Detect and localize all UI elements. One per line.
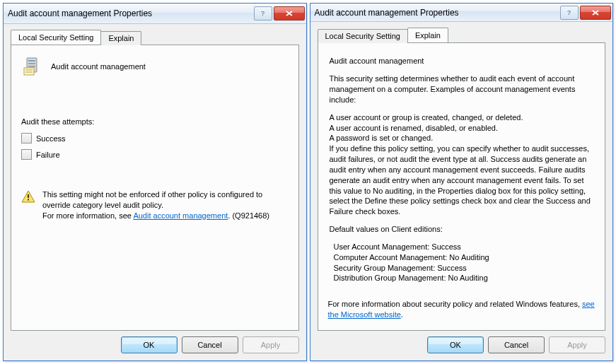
close-button[interactable]	[274, 6, 305, 20]
client-area: Local Security Setting Explain Audit acc…	[4, 24, 306, 360]
tabstrip: Local Security Setting Explain	[11, 30, 299, 45]
warning-text: This setting might not be enforced if ot…	[42, 189, 289, 221]
footer-suffix: .	[401, 310, 403, 319]
tab-label: Explain	[415, 31, 441, 40]
svg-rect-4	[28, 66, 35, 67]
tabstrip: Local Security Setting Explain	[318, 28, 606, 42]
close-button[interactable]	[580, 6, 611, 20]
checkbox-success-row: Success	[21, 133, 289, 143]
svg-text:?: ?	[261, 10, 265, 17]
checkbox-success-label: Success	[36, 134, 66, 143]
window-title: Audit account management Properties	[315, 8, 559, 18]
checkbox-failure-row: Failure	[21, 149, 289, 160]
tab-explain[interactable]: Explain	[100, 31, 141, 45]
footer-prefix: For more information about security poli…	[328, 300, 583, 308]
window-title: Audit account management Properties	[8, 8, 252, 18]
svg-rect-9	[28, 194, 29, 198]
svg-rect-5	[24, 68, 34, 75]
svg-text:?: ?	[567, 9, 571, 16]
titlebar: Audit account management Properties ?	[310, 4, 613, 22]
tab-label: Local Security Setting	[18, 33, 93, 42]
tab-local-security[interactable]: Local Security Setting	[318, 29, 408, 43]
ok-button[interactable]: OK	[427, 336, 484, 353]
warning-line1: This setting might not be enforced if ot…	[42, 190, 262, 209]
checkbox-success[interactable]	[21, 133, 32, 143]
policy-name: Audit account management	[51, 62, 146, 71]
tab-label: Local Security Setting	[325, 32, 400, 40]
svg-rect-3	[28, 63, 35, 64]
button-label: Apply	[261, 341, 281, 349]
button-row: OK Cancel Apply	[318, 331, 606, 353]
warning-line2-prefix: For more information, see	[42, 211, 133, 220]
svg-rect-10	[28, 199, 29, 201]
button-label: OK	[450, 341, 461, 349]
button-label: Apply	[567, 341, 587, 349]
apply-button[interactable]: Apply	[549, 336, 605, 353]
tab-explain[interactable]: Explain	[407, 28, 448, 42]
explain-l3: A password is set or changed.	[330, 133, 591, 143]
ok-button[interactable]: OK	[121, 336, 178, 353]
apply-button[interactable]: Apply	[243, 336, 299, 353]
tab-label: Explain	[108, 34, 134, 42]
explain-footer: For more information about security poli…	[328, 299, 595, 320]
explain-scroll[interactable]: Audit account management This security s…	[328, 53, 595, 293]
explain-d4: Distribution Group Management: No Auditi…	[334, 273, 591, 283]
button-row: OK Cancel Apply	[11, 331, 299, 353]
help-icon: ?	[260, 10, 267, 17]
close-icon	[591, 9, 600, 16]
checkbox-failure-label: Failure	[36, 151, 60, 159]
explain-heading: Audit account management	[330, 56, 591, 66]
explain-d2: Computer Account Management: No Auditing	[334, 252, 591, 263]
help-button[interactable]: ?	[560, 6, 579, 20]
button-label: Cancel	[504, 341, 528, 349]
cancel-button[interactable]: Cancel	[488, 336, 545, 353]
policy-icon	[21, 55, 44, 78]
dialog-local: Audit account management Properties ? Lo…	[3, 3, 307, 361]
button-label: OK	[144, 341, 155, 349]
tabpanel-explain: Audit account management This security s…	[318, 42, 606, 331]
tabpanel-local: Audit account management Audit these att…	[11, 45, 299, 331]
explain-l1: A user account or group is created, chan…	[330, 112, 591, 123]
titlebar: Audit account management Properties ?	[4, 4, 306, 24]
help-button[interactable]: ?	[254, 6, 272, 20]
warning-line2-suffix: . (Q921468)	[228, 211, 269, 220]
warning-block: This setting might not be enforced if ot…	[21, 189, 289, 221]
dialog-explain: Audit account management Properties ? Lo…	[310, 3, 614, 361]
policy-header: Audit account management	[21, 55, 289, 78]
attempts-label: Audit these attempts:	[21, 117, 289, 126]
cancel-button[interactable]: Cancel	[182, 336, 238, 353]
help-icon: ?	[566, 9, 573, 16]
explain-p3: Default values on Client editions:	[330, 224, 591, 235]
svg-rect-2	[28, 60, 35, 61]
tab-local-security[interactable]: Local Security Setting	[11, 30, 101, 45]
button-label: Cancel	[197, 341, 221, 349]
checkbox-failure[interactable]	[21, 149, 32, 160]
explain-d3: Security Group Management: Success	[334, 263, 591, 274]
close-icon	[285, 10, 294, 17]
warning-icon	[21, 189, 35, 204]
explain-l2: A user account is renamed, disabled, or …	[330, 123, 591, 134]
client-area: Local Security Setting Explain Audit acc…	[310, 22, 613, 360]
explain-p2: If you define this policy setting, you c…	[330, 143, 591, 217]
warning-link[interactable]: Audit account management	[133, 211, 228, 220]
explain-p1: This security setting determines whether…	[330, 74, 591, 105]
explain-d1: User Account Management: Success	[334, 242, 591, 252]
